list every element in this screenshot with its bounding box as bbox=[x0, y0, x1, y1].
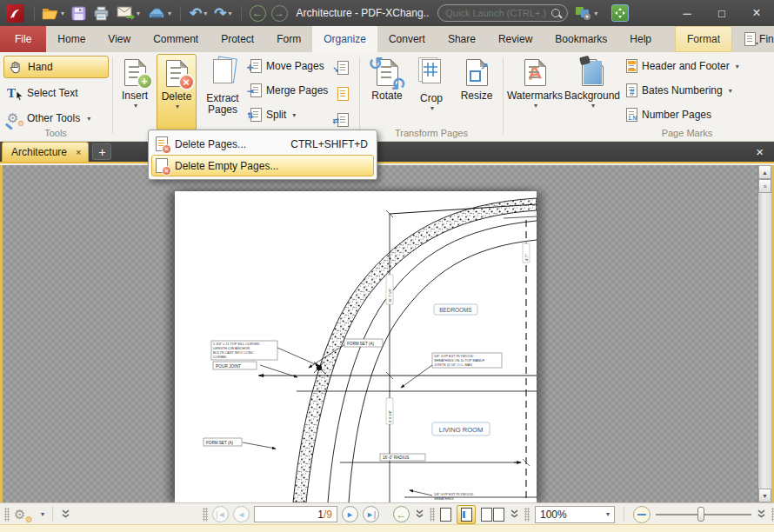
layout-options-button[interactable] bbox=[510, 509, 519, 519]
background-button[interactable]: Background ▾ bbox=[564, 54, 621, 130]
hand-tool-button[interactable]: Hand bbox=[3, 56, 109, 78]
extract-pages-button[interactable]: ExtractPages bbox=[200, 54, 245, 130]
chevron-down-icon: ▾ bbox=[534, 102, 537, 110]
undo-button[interactable]: ↶ ▾ bbox=[187, 3, 210, 24]
merge-pages-button[interactable]: ⇥ Merge Pages bbox=[250, 83, 328, 97]
tab-review[interactable]: Review bbox=[487, 26, 544, 52]
delete-pages-button[interactable]: × Delete ▾ bbox=[157, 54, 197, 130]
tab-organize[interactable]: Organize bbox=[312, 26, 377, 52]
chevron-down-icon: ▾ bbox=[87, 115, 90, 123]
number-pages-button[interactable]: 1.N Number Pages bbox=[626, 108, 711, 122]
tab-close-icon[interactable]: × bbox=[76, 147, 81, 157]
two-page-layout-button[interactable] bbox=[481, 508, 504, 522]
menu-lines-icon: ≡ bbox=[763, 183, 766, 190]
zoom-level-select[interactable]: 100% ▾ bbox=[535, 506, 615, 523]
scrollbar-options-button[interactable]: ≡ bbox=[758, 179, 771, 193]
select-text-button[interactable]: T Select Text bbox=[3, 82, 109, 104]
rotate-pages-button[interactable]: ↺ ↺ Rotate bbox=[365, 54, 409, 130]
tab-format[interactable]: Format bbox=[675, 26, 732, 52]
expand-panel-button[interactable] bbox=[61, 509, 70, 519]
ribbon-tab-bar: File Home View Comment Protect Form Orga… bbox=[0, 26, 774, 52]
maximize-button[interactable]: □ bbox=[704, 0, 739, 26]
zoom-out-button[interactable] bbox=[633, 506, 651, 523]
customize-toolbars-button[interactable]: ▾ bbox=[575, 5, 597, 21]
titlebar-separator bbox=[180, 6, 181, 21]
tab-comment[interactable]: Comment bbox=[142, 26, 210, 52]
chevron-down-icon: ▾ bbox=[594, 10, 597, 17]
tab-protect[interactable]: Protect bbox=[210, 26, 265, 52]
zoom-options-button[interactable] bbox=[757, 509, 766, 519]
chevron-down-icon: ▾ bbox=[591, 102, 595, 110]
menu-item-delete-pages[interactable]: × Delete Pages... CTRL+SHIFT+D bbox=[151, 133, 374, 155]
first-page-button[interactable]: |◄ bbox=[212, 506, 229, 522]
tab-view[interactable]: View bbox=[97, 26, 142, 52]
split-button[interactable]: ⇅ Split ▾ bbox=[250, 108, 296, 122]
scroll-down-button[interactable]: ▼ bbox=[758, 489, 771, 502]
close-button[interactable]: × bbox=[739, 0, 774, 26]
close-document-button[interactable]: × bbox=[751, 144, 769, 159]
watermarks-button[interactable]: A Watermarks ▾ bbox=[507, 54, 563, 130]
page-total-label: /9 bbox=[324, 509, 332, 521]
ribbon-separator bbox=[112, 57, 113, 134]
view-history-options-button[interactable] bbox=[415, 509, 424, 519]
header-and-footer-button[interactable]: Header and Footer ▾ bbox=[626, 59, 739, 73]
menu-item-delete-empty-pages[interactable]: × Delete Empty Pages... bbox=[151, 155, 374, 176]
insert-pages-icon: + bbox=[124, 59, 146, 86]
pdf-page[interactable]: BEDROOMS LIVING ROOM POUR JOINT FORM SET… bbox=[175, 191, 537, 502]
bates-numbering-button[interactable]: # Bates Numbering ▾ bbox=[626, 83, 732, 97]
scroll-up-button[interactable]: ▲ bbox=[758, 165, 771, 179]
fit-width-layout-button[interactable] bbox=[457, 505, 476, 524]
email-button[interactable]: ▾ bbox=[114, 4, 143, 22]
quick-launch-box[interactable] bbox=[437, 4, 568, 22]
toolbar-grip bbox=[4, 508, 10, 522]
minimize-button[interactable]: ─ bbox=[670, 0, 704, 26]
tab-help[interactable]: Help bbox=[618, 26, 663, 52]
chevron-down-icon: ▾ bbox=[176, 103, 179, 110]
find-button[interactable]: 🞄 Find... bbox=[744, 26, 774, 52]
redo-button[interactable]: ↷ ▾ bbox=[211, 3, 234, 24]
save-button[interactable] bbox=[69, 4, 89, 23]
tab-file[interactable]: File bbox=[0, 26, 46, 52]
chevron-down-icon: ▾ bbox=[61, 10, 64, 17]
vertical-scrollbar[interactable]: ▲ ≡ ▼ bbox=[757, 165, 771, 502]
page-number-input[interactable] bbox=[271, 509, 324, 521]
tab-convert[interactable]: Convert bbox=[377, 26, 437, 52]
forward-button[interactable]: → bbox=[271, 5, 288, 22]
tab-share[interactable]: Share bbox=[437, 26, 487, 52]
note-text: CORBEL bbox=[213, 355, 228, 359]
print-button[interactable] bbox=[90, 4, 112, 23]
duplicate-pages-button[interactable]: ➘ bbox=[333, 57, 352, 78]
zoom-slider[interactable] bbox=[656, 506, 751, 522]
new-tab-button[interactable]: + bbox=[92, 143, 111, 160]
page-number-box[interactable]: /9 bbox=[254, 506, 337, 522]
other-tools-button[interactable]: ⚙ ⚙ Other Tools ▾ bbox=[3, 107, 109, 130]
settings-button[interactable]: ⚙ ⚙ bbox=[14, 507, 35, 522]
toolbar-grip bbox=[430, 508, 435, 522]
quick-launch-input[interactable] bbox=[445, 8, 551, 18]
tab-bookmarks[interactable]: Bookmarks bbox=[544, 26, 618, 52]
ribbon-organize: Hand T Select Text ⚙ ⚙ Other Tools ▾ Too… bbox=[0, 52, 774, 142]
slider-thumb[interactable] bbox=[697, 507, 704, 522]
tools-group-label: Tools bbox=[12, 128, 99, 138]
resize-pages-button[interactable]: ↗ Resize bbox=[455, 54, 498, 130]
last-page-button[interactable]: ►| bbox=[363, 506, 379, 522]
fullscreen-button[interactable] bbox=[611, 4, 629, 22]
swap-pages-button[interactable] bbox=[333, 83, 352, 104]
crop-pages-button[interactable]: Crop ▾ bbox=[411, 54, 451, 130]
first-page-icon: |◄ bbox=[216, 510, 225, 519]
document-tab-architecture[interactable]: Architecture × bbox=[2, 142, 89, 162]
single-page-layout-button[interactable] bbox=[440, 508, 451, 522]
next-page-button[interactable]: ► bbox=[342, 506, 358, 522]
number-pages-icon: 1.N bbox=[626, 108, 637, 122]
pour-joint-label: POUR JOINT bbox=[216, 364, 241, 369]
previous-view-button[interactable]: ← bbox=[393, 506, 410, 522]
replace-pages-button[interactable]: ⇄ bbox=[333, 110, 352, 130]
tab-form[interactable]: Form bbox=[265, 26, 312, 52]
insert-pages-button[interactable]: + Insert ▾ bbox=[116, 54, 154, 130]
move-pages-button[interactable]: ✛ Move Pages bbox=[250, 59, 324, 73]
back-button[interactable]: ← bbox=[250, 5, 266, 22]
scan-button[interactable]: ▾ bbox=[144, 5, 174, 22]
tab-home[interactable]: Home bbox=[46, 26, 97, 52]
open-button[interactable]: ▾ bbox=[39, 5, 67, 22]
previous-page-button[interactable]: ◄ bbox=[233, 506, 250, 522]
